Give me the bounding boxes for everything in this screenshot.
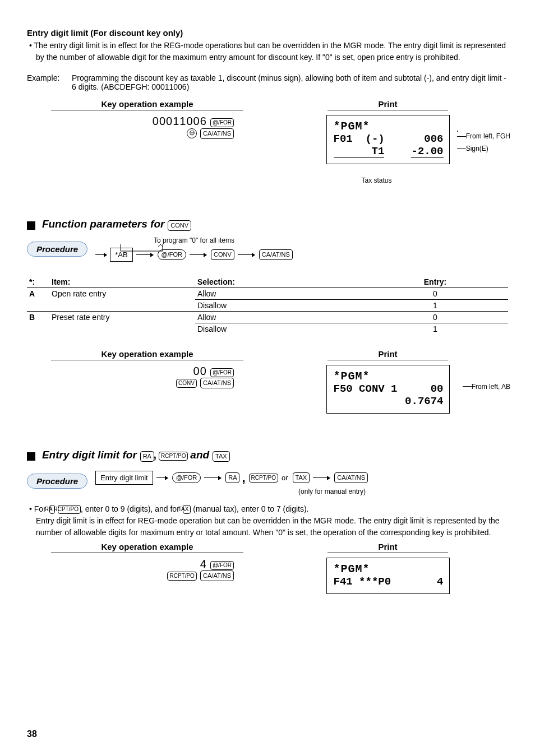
- loop-arrow-icon: [118, 244, 168, 256]
- callout-sign: Sign(E): [466, 145, 488, 152]
- print1-amount: -2.00: [411, 145, 443, 158]
- ca-at-ns-button-4[interactable]: CA/AT/NS: [334, 472, 368, 483]
- edl-flow-label: Entry digit limit: [95, 471, 153, 485]
- koe-header-3: Key operation example: [51, 542, 243, 553]
- print3-4: 4: [437, 576, 443, 588]
- or-label: or: [282, 474, 288, 482]
- print-header-3: Print: [328, 542, 448, 553]
- params-table: *: Item: Selection: Entry: AOpen rate en…: [27, 276, 508, 335]
- print2-line1: *PGM*: [334, 370, 444, 383]
- manual-entry-note: (only for manual entry): [95, 488, 368, 495]
- black-square-icon-2: [27, 452, 35, 461]
- at-for-button-5[interactable]: @/FOR: [210, 561, 234, 570]
- at-for-button-4[interactable]: @/FOR: [172, 472, 201, 483]
- print-header-2: Print: [328, 349, 448, 360]
- koe-header-1: Key operation example: [51, 99, 243, 110]
- callout-tax-status: Tax status: [245, 177, 508, 184]
- th-star: *:: [27, 276, 49, 288]
- table-row: Disallow1: [27, 299, 508, 311]
- th-entry: Entry:: [362, 276, 508, 288]
- edl-heading: Entry digit limit for: [42, 449, 137, 461]
- print1-f01: F01: [334, 133, 353, 145]
- print1-minus: (-): [366, 133, 385, 145]
- print1-t1: T1: [334, 145, 385, 158]
- ca-at-ns-button-3[interactable]: CA/AT/NS: [200, 378, 234, 388]
- table-row: AOpen rate entryAllow0: [27, 287, 508, 299]
- ex1-digits: 00011006: [153, 115, 207, 127]
- ca-at-ns-button-2[interactable]: CA/AT/NS: [259, 249, 293, 260]
- ca-at-ns-button[interactable]: CA/AT/NS: [200, 128, 234, 139]
- ra-button-2[interactable]: RA: [225, 472, 239, 483]
- at-for-button[interactable]: @/FOR: [210, 118, 234, 127]
- table-row: BPreset rate entryAllow0: [27, 311, 508, 323]
- print-output-1: *PGM* F01 (-) 006 T1 -2.00: [326, 115, 450, 164]
- procedure-pill-1: Procedure: [27, 242, 87, 257]
- rcptpo-button-2[interactable]: RCPT/PO: [249, 474, 278, 483]
- example-label: Example:: [27, 73, 72, 91]
- print2-f50: F50 CONV 1: [334, 383, 398, 395]
- conv-button-3[interactable]: CONV: [176, 379, 197, 388]
- th-selection: Selection:: [195, 276, 362, 288]
- print-output-3: *PGM* F41 ***P0 4: [326, 558, 450, 594]
- tax-button-2[interactable]: TAX: [293, 472, 310, 483]
- tax-button[interactable]: TAX: [213, 451, 230, 462]
- print-output-2: *PGM* F50 CONV 1 00 0.7674: [326, 365, 450, 414]
- print3-line1: *PGM*: [334, 563, 444, 576]
- print1-006: 006: [424, 133, 443, 145]
- ex3-digits: 4: [200, 558, 207, 570]
- print2-rate: 0.7674: [405, 395, 443, 407]
- heading-entry-digit-limit: Entry digit limit (For discount key only…: [27, 28, 508, 38]
- print3-f41: F41 ***P0: [334, 576, 391, 588]
- procedure-pill-2: Procedure: [27, 474, 87, 489]
- ca-at-ns-button-5[interactable]: CA/AT/NS: [200, 571, 234, 581]
- edl-and: and: [190, 449, 209, 461]
- callout-fgh: From left, FGH: [466, 132, 510, 140]
- print2-00: 00: [431, 383, 444, 395]
- rcptpo-button[interactable]: RCPT/PO: [159, 452, 188, 461]
- bullet-entry-digit: • The entry digit limit is in effect for…: [27, 40, 508, 63]
- func-params-heading: Function parameters for: [42, 218, 165, 230]
- rcptpo-button-3[interactable]: RCPT/PO: [58, 505, 80, 514]
- ra-button[interactable]: RA: [140, 451, 154, 462]
- page-number: 38: [27, 729, 37, 739]
- print-header-1: Print: [328, 99, 448, 110]
- rcptpo-button-4[interactable]: RCPT/PO: [167, 572, 196, 581]
- print1-line1: *PGM*: [334, 120, 444, 133]
- black-square-icon: [27, 221, 35, 230]
- example-text: Programming the discount key as taxable …: [72, 73, 508, 91]
- minus-circle-icon[interactable]: ⊖: [187, 128, 197, 138]
- table-row: Disallow1: [27, 323, 508, 335]
- ex2-digits: 00: [193, 365, 207, 377]
- tax-button-3[interactable]: TAX: [183, 505, 191, 514]
- at-for-button-3[interactable]: @/FOR: [210, 368, 234, 377]
- edl-bullet: • For RA RCPT/PO, enter 0 to 9 (digits),…: [27, 503, 508, 515]
- conv-button-2[interactable]: CONV: [211, 249, 234, 260]
- koe-header-2: Key operation example: [51, 349, 243, 360]
- conv-button[interactable]: CONV: [168, 220, 191, 231]
- edl-para: Entry digit limit is in effect for REG-m…: [27, 515, 508, 539]
- zero-note: To program "0" for all items: [95, 236, 293, 244]
- callout-ab: From left, AB: [472, 383, 510, 391]
- th-item: Item:: [49, 276, 195, 288]
